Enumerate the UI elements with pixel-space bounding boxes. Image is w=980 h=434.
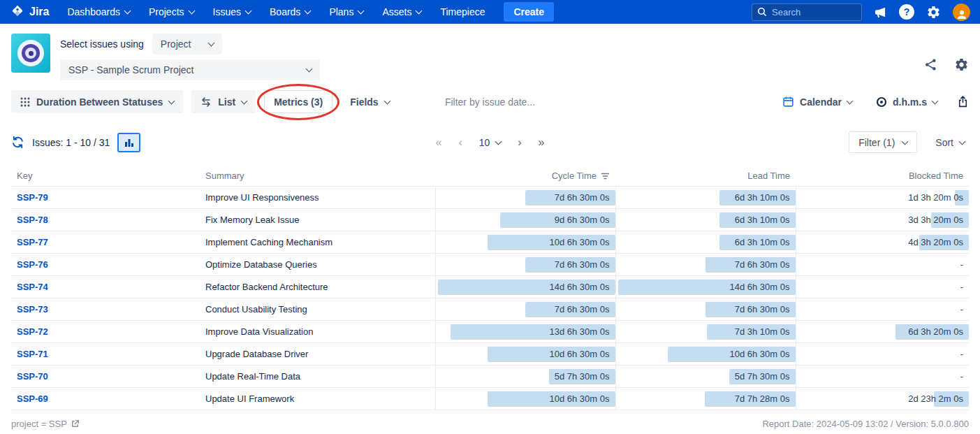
duration-text: 6d 3h 20m 0s (908, 321, 963, 342)
duration-text: 7d 6h 30m 0s (555, 298, 610, 320)
blocked-time-cell: - (796, 254, 970, 275)
issue-summary: Upgrade Database Driver (200, 343, 435, 366)
timepiece-app-logo (11, 34, 50, 73)
duration-text: 4d 3h 20m 0s (908, 231, 963, 253)
duration-text: - (960, 343, 963, 365)
nav-item-issues[interactable]: Issues (213, 6, 251, 17)
lead-time-cell: 7d 6h 30m 0s (616, 254, 796, 275)
filter-icon[interactable] (601, 172, 610, 180)
sort-button[interactable]: Sort (931, 136, 969, 149)
column-header-lead-time: Lead Time (615, 166, 796, 187)
duration-text: 3d 3h 20m 0s (908, 209, 963, 231)
bar-chart-icon (124, 138, 134, 147)
pager-right: Filter (1) Sort (849, 131, 969, 153)
blocked-time-cell: 4d 3h 20m 0s (796, 231, 970, 253)
issue-row: SSP-72Improve Data Visualization13d 6h 3… (11, 321, 969, 343)
time-format-dropdown[interactable]: d.h.m.s (872, 96, 942, 108)
column-header-summary: Summary (200, 166, 435, 187)
issue-key-link[interactable]: SSP-77 (17, 237, 48, 247)
issue-summary: Improve UI Responsiveness (200, 187, 435, 209)
nav-item-dashboards[interactable]: Dashboards (67, 6, 130, 17)
metrics-button-wrap: Metrics (3) (264, 90, 332, 113)
user-avatar[interactable] (953, 3, 970, 21)
help-icon[interactable]: ? (899, 4, 914, 20)
fields-dropdown[interactable]: Fields (341, 90, 398, 113)
user-icon (956, 8, 968, 21)
jira-logo[interactable]: Jira (10, 4, 49, 20)
report-type-dropdown[interactable]: Duration Between Statuses (11, 90, 183, 113)
issue-row: SSP-77Implement Caching Mechanism10d 6h … (11, 231, 969, 254)
issue-key-link[interactable]: SSP-70 (17, 371, 48, 382)
settings-gear-icon[interactable] (926, 5, 941, 20)
issue-key-link[interactable]: SSP-72 (17, 326, 48, 337)
nav-item-plans[interactable]: Plans (329, 6, 363, 17)
toolbar-right: Calendar d.h.m.s (778, 95, 969, 108)
export-icon[interactable] (957, 96, 969, 108)
search-input[interactable] (752, 3, 862, 21)
issue-source-dropdown[interactable]: Project (152, 34, 223, 55)
app-header: Select issues using Project SSP - Sample… (0, 24, 980, 85)
issue-key-link[interactable]: SSP-69 (17, 393, 48, 404)
view-dropdown[interactable]: List (191, 90, 256, 113)
duration-text: 10d 6h 30m 0s (549, 388, 609, 410)
chevron-down-icon (245, 8, 252, 15)
cycle-time-cell: 13d 6h 30m 0s (436, 321, 615, 342)
issue-key-link[interactable]: SSP-76 (17, 259, 48, 270)
issue-key-link[interactable]: SSP-71 (17, 349, 48, 359)
duration-text: 7d 6h 30m 0s (555, 254, 610, 275)
chevron-down-icon (241, 97, 248, 104)
share-icon[interactable] (924, 58, 937, 71)
issue-summary: Update UI Framework (200, 388, 435, 410)
calendar-dropdown[interactable]: Calendar (778, 95, 856, 108)
issue-key-link[interactable]: SSP-79 (17, 192, 48, 203)
nav-item-assets[interactable]: Assets (382, 6, 421, 17)
issue-summary: Update Real-Time Data (200, 366, 435, 388)
blocked-time-cell: 2d 23h 2m 0s (796, 388, 970, 410)
lead-time-cell: 7d 6h 30m 0s (616, 298, 796, 320)
jql-query-link[interactable]: project = SSP (11, 419, 80, 429)
project-dropdown[interactable]: SSP - Sample Scrum Project (60, 59, 320, 80)
select-issues-label: Select issues using (60, 38, 144, 50)
duration-text: 1d 3h 20m 0s (908, 187, 963, 208)
duration-text: 6d 3h 10m 0s (735, 187, 790, 208)
duration-text: 14d 6h 30m 0s (549, 276, 609, 298)
header-actions (924, 57, 969, 72)
app-settings-gear-icon[interactable] (954, 57, 969, 72)
issue-key-link[interactable]: SSP-73 (17, 304, 48, 314)
chevron-down-icon (188, 8, 195, 15)
nav-item-timepiece[interactable]: Timepiece (440, 6, 485, 17)
chevron-down-icon (383, 97, 390, 104)
filter-button[interactable]: Filter (1) (849, 131, 917, 153)
nav-item-projects[interactable]: Projects (149, 6, 194, 17)
page-size-select[interactable]: 10 (479, 137, 502, 148)
refresh-icon[interactable] (11, 136, 24, 149)
lead-time-cell: 10d 6h 30m 0s (616, 343, 796, 365)
nav-item-boards[interactable]: Boards (270, 6, 310, 17)
page-footer: project = SSP Report Date: 2024-05-09 13… (0, 410, 980, 429)
duration-text: 7d 7h 28m 0s (735, 388, 790, 410)
duration-text: 10d 6h 30m 0s (729, 343, 789, 365)
duration-text: 10d 6h 30m 0s (549, 231, 609, 253)
prev-page-button[interactable]: ‹ (458, 137, 462, 148)
first-page-button[interactable]: « (435, 137, 441, 148)
issue-date-filter[interactable]: Filter by issue date... (445, 96, 535, 108)
chevron-down-icon (306, 66, 313, 73)
duration-text: 5d 7h 30m 0s (735, 366, 790, 387)
last-page-button[interactable]: » (539, 137, 545, 148)
create-button[interactable]: Create (504, 2, 554, 22)
issue-key-link[interactable]: SSP-78 (17, 215, 48, 225)
chevron-down-icon (902, 138, 909, 145)
chevron-down-icon (416, 8, 423, 15)
chevron-down-icon (495, 138, 502, 145)
metrics-button[interactable]: Metrics (3) (264, 90, 332, 113)
megaphone-icon[interactable] (874, 6, 887, 19)
top-nav: Jira Dashboards Projects Issues Boards P… (0, 0, 980, 24)
issue-row: SSP-69Update UI Framework10d 6h 30m 0s7d… (11, 388, 969, 410)
next-page-button[interactable]: › (518, 137, 521, 148)
issue-key-link[interactable]: SSP-74 (17, 282, 48, 292)
blocked-time-cell: - (796, 343, 970, 365)
chart-view-button[interactable] (117, 133, 140, 152)
blocked-time-cell: - (796, 276, 970, 298)
duration-text: - (960, 254, 963, 275)
issue-row: SSP-70Update Real-Time Data5d 7h 30m 0s5… (11, 366, 969, 388)
